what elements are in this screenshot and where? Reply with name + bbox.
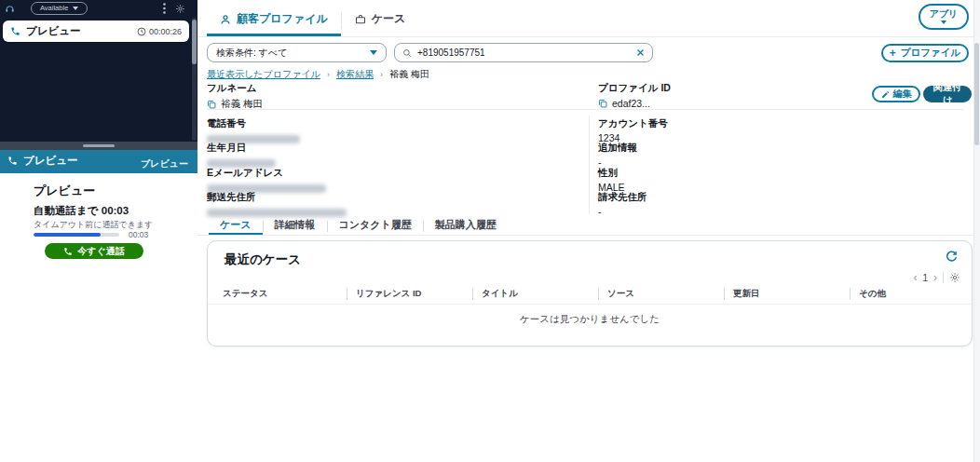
preview-panel-header-action[interactable]: プレビュー (141, 157, 188, 170)
profile-id-field: プロファイル ID edaf23... (598, 82, 671, 109)
preview-panel-body: プレビュー 自動通話まで 00:03 タイムアウト前に通話できます 00:03 … (0, 173, 197, 462)
postal-address-label: 郵送先住所 (207, 191, 347, 204)
account-number-field: アカウント番号 1234 (598, 117, 668, 143)
gear-icon[interactable] (949, 272, 960, 283)
search-filter-value: 検索条件: すべて (216, 47, 287, 60)
associate-profile-label: 関連付け (929, 81, 966, 107)
call-now-button[interactable]: 今すぐ通話 (45, 243, 143, 259)
search-filter-select[interactable]: 検索条件: すべて (207, 43, 387, 62)
gear-icon[interactable] (175, 4, 185, 14)
add-profile-button[interactable]: + プロファイル (881, 44, 969, 62)
column-header-source[interactable]: ソース (598, 288, 724, 300)
preview-title: プレビュー (34, 183, 95, 199)
preview-panel-header: プレビュー プレビュー (0, 150, 197, 173)
agent-status-select[interactable]: Available (31, 2, 88, 15)
detail-tab-cases[interactable]: ケース (209, 217, 263, 235)
detail-tab-contact-history[interactable]: コンタクト履歴 (328, 217, 423, 235)
column-header-reference-id[interactable]: リファレンス ID (347, 288, 472, 300)
fullname-field: フルネーム 裕義 梅田 (207, 82, 263, 111)
panel-splitter[interactable] (0, 142, 197, 150)
column-header-other[interactable]: その他 (850, 288, 975, 300)
gender-label: 性別 (598, 167, 625, 180)
detail-tab-purchase-history[interactable]: 製品購入履歴 (424, 217, 508, 235)
column-header-updated[interactable]: 更新日 (724, 288, 850, 300)
progress-time: 00:03 (129, 230, 148, 239)
tab-cases[interactable]: ケース (342, 5, 419, 36)
ccp-scrollbar-thumb[interactable] (192, 20, 197, 64)
phone-icon (63, 247, 73, 256)
headset-icon (5, 4, 15, 14)
splitter-drag-handle[interactable] (83, 144, 115, 147)
breadcrumb-separator: › (380, 70, 383, 79)
case-table-pagination: ‹ 1 › (913, 272, 960, 283)
edit-profile-label: 編集 (893, 88, 912, 101)
profile-divider-vertical (589, 116, 590, 214)
copy-icon[interactable] (207, 100, 216, 109)
recent-cases-card: 最近のケース ‹ 1 › ステータス リファレンス ID タイトル ソース 更新… (207, 240, 973, 346)
case-table-header: ステータス リファレンス ID タイトル ソース 更新日 その他 (221, 288, 962, 300)
tab-label: ケース (372, 11, 406, 27)
search-query-value: +819051957751 (417, 48, 485, 58)
active-call-bar[interactable]: プレビュー 00:00:26 (3, 20, 189, 42)
column-header-title[interactable]: タイトル (472, 288, 598, 300)
autocall-countdown-text: 自動通話まで 00:03 (34, 204, 129, 218)
profile-search-input[interactable]: +819051957751 (394, 43, 653, 62)
detail-tab-details[interactable]: 詳細情報 (264, 217, 327, 235)
empty-state-message: ケースは見つかりませんでした (208, 313, 972, 326)
ccp-top-bar: Available (0, 0, 197, 17)
table-header-divider (208, 304, 972, 305)
close-icon[interactable] (636, 48, 645, 57)
page-next-icon[interactable]: › (933, 272, 937, 283)
detail-tabbar: ケース 詳細情報 コンタクト履歴 製品購入履歴 (197, 217, 980, 236)
briefcase-icon (355, 14, 366, 25)
tab-customer-profile[interactable]: 顧客プロファイル (207, 5, 341, 36)
page-scrollbar-thumb[interactable] (974, 43, 979, 145)
chevron-down-icon (370, 50, 377, 55)
profile-id-label: プロファイル ID (598, 82, 671, 95)
billing-address-value: - (598, 206, 647, 217)
billing-address-label: 請求先住所 (598, 191, 647, 204)
additional-info-label: 追加情報 (598, 142, 637, 155)
user-icon (220, 14, 231, 25)
breadcrumb-current: 裕義 梅田 (389, 68, 429, 81)
billing-address-field: 請求先住所 - (598, 191, 647, 217)
progress-track (34, 233, 119, 237)
apps-button-label: アプリ (930, 9, 959, 19)
fullname-label: フルネーム (207, 82, 263, 95)
phone-label: 電話番号 (207, 117, 300, 130)
page-prev-icon[interactable]: ‹ (913, 272, 917, 283)
chevron-down-icon (73, 7, 78, 10)
detail-tab-label: コンタクト履歴 (339, 218, 412, 232)
plus-icon: + (890, 48, 896, 59)
copy-icon[interactable] (598, 99, 607, 108)
search-icon (402, 48, 412, 58)
account-number-label: アカウント番号 (598, 117, 668, 130)
edit-profile-button[interactable]: 編集 (872, 86, 920, 102)
email-field: Eメールアドレス (207, 167, 326, 193)
workspace-main: 顧客プロファイル ケース アプリ 検索条件: すべて +819051957751… (197, 0, 980, 462)
autocall-progress: 00:03 (34, 230, 148, 239)
preview-panel-title: プレビュー (23, 154, 78, 168)
redacted-value (207, 209, 347, 217)
dots-vertical-icon[interactable] (163, 3, 166, 14)
page-number: 1 (922, 273, 928, 283)
associate-profile-button[interactable]: 関連付け (923, 86, 972, 102)
recent-cases-title: 最近のケース (225, 251, 301, 268)
column-header-status[interactable]: ステータス (221, 288, 347, 300)
breadcrumb-link-search-results[interactable]: 検索結果 (336, 68, 374, 81)
breadcrumb-separator: › (327, 70, 330, 79)
apps-button[interactable]: アプリ (919, 4, 969, 30)
add-profile-label: プロファイル (901, 47, 960, 60)
email-label: Eメールアドレス (207, 167, 326, 180)
breadcrumb-link-recent-profiles[interactable]: 最近表示したプロファイル (207, 68, 320, 81)
detail-tab-label: 詳細情報 (275, 218, 316, 232)
ccp-panel: Available プレビュー 0 (0, 0, 197, 462)
ccp-dark-area: Available プレビュー 0 (0, 0, 197, 142)
birthdate-label: 生年月日 (207, 142, 276, 155)
detail-tab-label: 製品購入履歴 (435, 218, 497, 232)
pager-divider (943, 272, 944, 283)
clock-icon (137, 27, 146, 36)
detail-tab-label: ケース (220, 218, 252, 232)
refresh-icon[interactable] (945, 250, 959, 264)
profile-divider-horizontal (207, 109, 963, 110)
